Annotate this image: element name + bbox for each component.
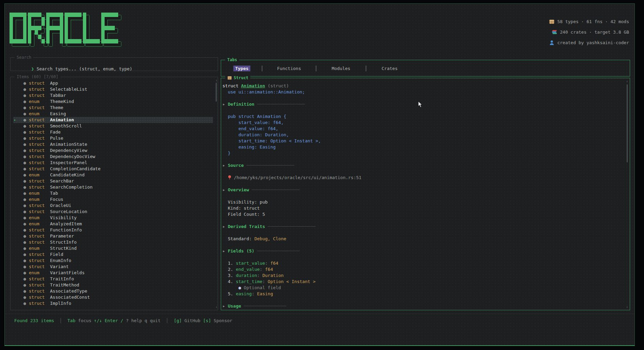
struct-detail-content: struct Animation (struct) use ui::animat… <box>222 83 625 309</box>
tab-crates[interactable]: Crates <box>366 66 413 71</box>
detail-line-29: 1. start_value: f64 <box>222 260 625 266</box>
list-item-StructKind[interactable]: ● enum StructKind <box>13 245 215 251</box>
list-item-Focus[interactable]: ● enum Focus <box>13 196 215 203</box>
list-item-ThemeKind[interactable]: ● enum ThemeKind <box>13 99 215 105</box>
list-item-Visibility[interactable]: ● enum Visibility <box>13 215 215 221</box>
person-icon <box>549 40 555 46</box>
list-item-DependencyView[interactable]: ● struct DependencyView <box>13 147 215 154</box>
list-item-DependencyDocView[interactable]: ● struct DependencyDocView <box>13 154 215 160</box>
list-item-OracleUi[interactable]: ● struct OracleUi <box>13 203 215 209</box>
list-item-AssociatedConst[interactable]: ● struct AssociatedConst <box>13 294 215 300</box>
list-item-TraitInfo[interactable]: ● struct TraitInfo <box>13 276 215 282</box>
item-kind: struct <box>29 203 50 208</box>
list-item-Variant[interactable]: ● struct Variant <box>13 264 215 270</box>
list-item-FunctionInfo[interactable]: ● struct FunctionInfo <box>13 227 215 233</box>
list-item-SearchCompletion[interactable]: ● struct SearchCompletion <box>13 184 215 190</box>
items-scrollbar[interactable] <box>216 83 217 102</box>
item-kind: struct <box>29 301 50 306</box>
list-item-SelectableList[interactable]: ● struct SelectableList <box>13 86 215 92</box>
list-item-ImplInfo[interactable]: ● struct ImplInfo <box>13 300 215 307</box>
item-kind: struct <box>29 105 50 110</box>
mouse-cursor <box>418 101 423 109</box>
detail-line-16 <box>222 181 625 187</box>
list-item-Tab[interactable]: ● enum Tab <box>13 190 215 196</box>
item-name: Theme <box>50 105 63 110</box>
item-bullet-icon: ● <box>23 295 29 300</box>
item-name: SearchBar <box>50 178 74 183</box>
list-item-VariantFields[interactable]: ● enum VariantFields <box>13 270 215 276</box>
tab-functions[interactable]: Functions <box>262 66 316 71</box>
item-kind: struct <box>29 264 50 269</box>
tab-modules[interactable]: Modules <box>316 66 366 71</box>
list-item-Field[interactable]: ● struct Field <box>13 251 215 258</box>
item-name: App <box>50 81 58 86</box>
list-item-AnalyzedItem[interactable]: ● enum AnalyzedItem <box>13 221 215 227</box>
list-item-AnimationState[interactable]: ● struct AnimationState <box>13 141 215 147</box>
list-item-Fade[interactable]: ● struct Fade <box>13 129 215 135</box>
list-item-CompletionCandidate[interactable]: ● struct CompletionCandidate <box>13 166 215 172</box>
list-item-TabBar[interactable]: ● struct TabBar <box>13 92 215 99</box>
item-bullet-icon: ● <box>23 227 29 232</box>
logo-letter-A <box>46 13 63 43</box>
item-name: AnalyzedItem <box>50 221 82 226</box>
item-kind: struct <box>29 154 50 159</box>
item-name: AssociatedConst <box>50 295 90 300</box>
detail-scroll-down-icon[interactable]: ↓ <box>625 305 629 309</box>
item-kind: struct <box>29 160 50 165</box>
item-bullet-icon: ● <box>23 258 29 263</box>
list-item-Easing[interactable]: ● enum Easing <box>13 111 215 117</box>
list-item-Animation[interactable]: ▸● struct Animation <box>13 117 213 123</box>
item-kind: struct <box>29 81 50 86</box>
item-bullet-icon: ● <box>23 123 29 128</box>
list-item-TraitMethod[interactable]: ● struct TraitMethod <box>13 282 215 288</box>
detail-line-5: pub struct Animation { <box>222 113 625 120</box>
detail-scroll-up-icon[interactable]: ↑ <box>625 80 629 83</box>
items-scroll-down-icon[interactable]: ↓ <box>215 305 218 309</box>
item-kind: enum <box>29 270 50 275</box>
list-item-SearchBar[interactable]: ● struct SearchBar <box>13 178 215 184</box>
item-kind: struct <box>29 142 50 147</box>
logo-main <box>10 13 118 43</box>
list-item-Parameter[interactable]: ● struct Parameter <box>13 233 215 239</box>
detail-line-8: duration: Duration, <box>222 132 625 138</box>
list-item-StructInfo[interactable]: ● struct StructInfo <box>13 239 215 245</box>
search-panel-label: Search <box>15 55 33 60</box>
detail-line-24 <box>222 230 625 236</box>
list-item-Pulse[interactable]: ● struct Pulse <box>13 135 215 141</box>
item-name: SelectableList <box>50 87 87 92</box>
list-item-EnumInfo[interactable]: ● struct EnumInfo <box>13 258 215 264</box>
list-item-SourceLocation[interactable]: ● struct SourceLocation <box>13 209 215 215</box>
struct-detail-panel: Struct struct Animation (struct) use ui:… <box>221 78 630 310</box>
item-bullet-icon: ● <box>23 203 29 208</box>
item-kind: struct <box>29 136 50 141</box>
item-bullet-icon: ● <box>23 93 29 98</box>
item-name: EnumInfo <box>50 258 71 263</box>
search-box[interactable]: Search ❯ Search types... (struct, enum, … <box>10 57 218 71</box>
item-bullet-icon: ● <box>23 111 29 116</box>
items-panel: Items (60) [7/60] ● struct App● struct S… <box>10 77 218 310</box>
item-bullet-icon: ● <box>23 282 29 287</box>
item-name: TraitMethod <box>50 282 79 287</box>
tabs-panel-label: Tabs <box>225 57 239 62</box>
list-item-Theme[interactable]: ● struct Theme <box>13 105 215 111</box>
item-kind: struct <box>29 227 50 232</box>
items-scroll-up-icon[interactable]: ↑ <box>215 78 218 82</box>
item-bullet-icon: ● <box>23 136 29 141</box>
item-bullet-icon: ● <box>23 221 29 226</box>
list-item-InspectorPanel[interactable]: ● struct InspectorPanel <box>13 160 215 166</box>
item-name: OracleUi <box>50 203 71 208</box>
item-bullet-icon: ● <box>23 185 29 190</box>
item-kind: struct <box>29 209 50 214</box>
detail-scrollbar[interactable] <box>627 84 628 162</box>
tab-types[interactable]: Types <box>222 66 262 71</box>
list-item-CandidateKind[interactable]: ● enum CandidateKind <box>13 172 215 178</box>
item-bullet-icon: ● <box>23 301 29 306</box>
item-name: TabBar <box>50 93 66 98</box>
list-item-AssociatedType[interactable]: ● struct AssociatedType <box>13 288 215 294</box>
item-bullet-icon: ● <box>23 166 29 171</box>
list-item-App[interactable]: ● struct App <box>13 80 215 86</box>
item-kind: enum <box>29 197 50 202</box>
list-item-SmoothScroll[interactable]: ● struct SmoothScroll <box>13 123 215 129</box>
detail-line-22 <box>222 217 625 224</box>
item-name: StructKind <box>50 246 76 251</box>
